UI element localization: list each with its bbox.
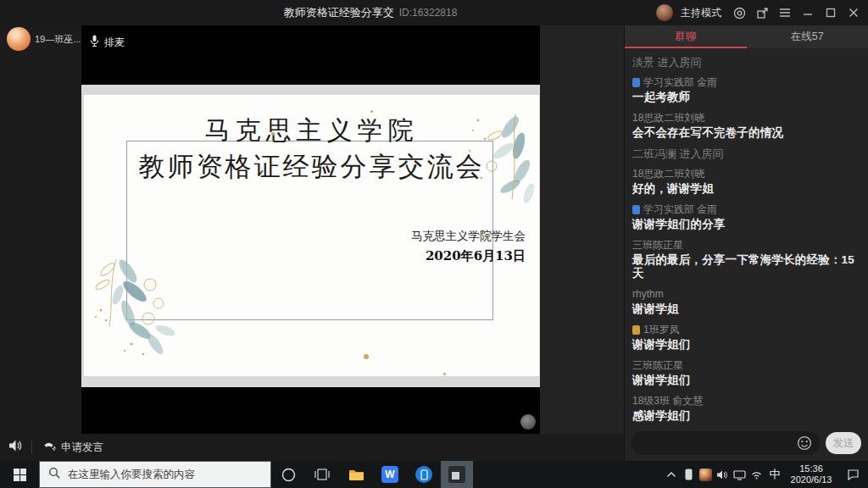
tray-app-avatar-icon[interactable] [697,461,714,488]
request-speak-label: 申请发言 [61,441,103,455]
wps-office-button[interactable]: W [373,461,407,488]
send-button[interactable]: 发送 [826,432,861,454]
chat-message-author: rhythm [632,288,860,300]
your-phone-button[interactable] [407,461,441,488]
control-bar: 申请发言 [0,434,624,461]
chat-message: 三班陈正星最后的最后，分享一下常海学长的经验：15天 [632,239,860,280]
tab-online-members[interactable]: 在线57 [747,25,868,48]
task-view-button[interactable] [305,461,339,488]
participant-avatar[interactable] [7,27,31,51]
title-bar: 教师资格证经验分享交 ID:16322818 主持模式 [0,0,868,25]
tray-expand-button[interactable] [663,461,680,488]
chat-message-text: 谢谢学姐们的分享 [632,218,860,231]
chat-message: 18思政二班刘晓会不会存在写不完卷子的情况 [632,112,860,140]
tray-device-icon[interactable] [680,461,697,488]
start-button[interactable] [0,461,39,488]
host-mode-label: 主持模式 [681,6,721,20]
gold-sparkle-decoration [271,132,275,136]
popout-icon[interactable] [754,5,770,20]
chat-message-text: 感谢学姐们 [632,409,860,423]
chat-tabs: 群聊 在线57 [625,25,868,48]
chat-panel: 群聊 在线57 淡景 进入房间学习实践部 金雨一起考教师18思政二班刘晓会不会存… [624,25,868,461]
chat-message: 学习实践部 金雨谢谢学姐们的分享 [632,203,860,231]
streaming-app-icon [448,466,465,483]
cortana-icon [281,468,296,482]
gold-sparkle-decoration [364,354,369,359]
app-window: 教师资格证经验分享交 ID:16322818 主持模式 [0,0,868,488]
folder-icon [348,469,364,481]
queue-mic-label: 排麦 [104,36,125,50]
emoji-icon[interactable] [797,435,812,451]
window-title: 教师资格证经验分享交 [284,5,394,20]
request-speak-button[interactable]: 申请发言 [42,441,103,455]
chat-message-text: 会不会存在写不完卷子的情况 [632,126,860,140]
search-input[interactable] [68,469,262,480]
chat-message-author: 学习实践部 金雨 [632,76,860,88]
chat-system-message: 淡景 进入房间 [632,56,860,69]
tray-volume-icon[interactable] [714,461,731,488]
chat-message-author: 学习实践部 金雨 [632,203,860,215]
queue-mic-button[interactable]: 排麦 [90,35,125,50]
phone-link-icon [415,466,432,483]
minimize-button[interactable] [800,5,815,20]
notification-icon [847,469,860,480]
host-avatar[interactable] [656,4,673,21]
slide-byline: 马克思主义学院学生会 [411,229,526,244]
slide-date: 2020年6月13日 [426,248,526,264]
windows-taskbar: W [0,461,868,488]
file-explorer-button[interactable] [339,461,373,488]
chat-message-text: 好的，谢谢学姐 [632,182,860,196]
chat-message-author: 18级3班 俞文慧 [632,395,860,407]
chat-message-author: 1班罗凤 [632,324,860,336]
tray-network-icon[interactable] [748,461,765,488]
request-speak-icon [42,441,56,455]
menu-icon[interactable] [777,5,793,20]
action-center-button[interactable] [837,461,868,488]
wps-icon: W [381,466,398,483]
chat-message-author: 三班陈正星 [632,359,860,371]
window-controls: 主持模式 [656,0,861,25]
chat-message-text: 最后的最后，分享一下常海学长的经验：15天 [632,253,860,280]
chat-system-message: 二班冯澜 进入房间 [632,147,860,160]
chat-message-text: 谢谢学姐 [632,302,860,316]
divider [31,441,32,453]
participant-tile[interactable]: 19—班巫... [7,27,81,51]
tab-group-chat[interactable]: 群聊 [625,25,747,48]
clock-date: 2020/6/13 [785,474,837,485]
settings-icon[interactable] [732,5,747,20]
stage-area: 19—班巫... 排麦 马克思主义学院 教师资格证经验分享交流会 马克思主义学院… [0,25,624,434]
cortana-button[interactable] [271,461,305,488]
volume-button[interactable] [8,439,23,456]
maximize-button[interactable] [823,5,838,20]
slide-page: 马克思主义学院 教师资格证经验分享交流会 马克思主义学院学生会 2020年6月1… [84,95,539,376]
taskbar-clock[interactable]: 15:36 2020/6/13 [785,463,837,485]
chat-message: 18思政二班刘晓好的，谢谢学姐 [632,168,860,196]
title-group: 教师资格证经验分享交 ID:16322818 [0,0,741,25]
taskbar-search[interactable] [39,461,271,488]
chat-input[interactable] [632,431,820,455]
platform-watermark-logo [520,414,536,430]
participant-column: 19—班巫... [0,25,81,434]
clock-time: 15:36 [785,463,837,474]
member-level-badge-icon [632,325,640,335]
ime-indicator[interactable]: 中 [765,461,785,488]
windows-logo-icon [14,469,26,481]
chat-message: rhythm谢谢学姐 [632,288,860,316]
active-app-button[interactable] [441,461,473,488]
chat-message-author: 18思政二班刘晓 [632,168,860,180]
chat-message-text: 谢谢学姐们 [632,338,860,352]
tray-display-icon[interactable] [731,461,748,488]
chat-message: 学习实践部 金雨一起考教师 [632,76,860,104]
member-level-badge-icon [632,205,640,214]
close-button[interactable] [846,5,861,20]
video-stage: 排麦 马克思主义学院 教师资格证经验分享交流会 马克思主义学院学生会 2020年… [81,25,540,434]
chat-input-wrap [632,431,820,455]
watercolor-leaves-left-decoration [84,236,203,363]
shared-slide-container: 马克思主义学院 教师资格证经验分享交流会 马克思主义学院学生会 2020年6月1… [81,85,540,387]
chat-input-bar: 发送 [632,431,861,455]
chat-message-author: 18思政二班刘晓 [632,112,860,124]
chat-message: 1班罗凤谢谢学姐们 [632,324,860,352]
chat-message-list[interactable]: 淡景 进入房间学习实践部 金雨一起考教师18思政二班刘晓会不会存在写不完卷子的情… [625,49,868,427]
watercolor-leaves-right-decoration [444,102,539,216]
system-tray: 中 15:36 2020/6/13 [663,461,868,488]
